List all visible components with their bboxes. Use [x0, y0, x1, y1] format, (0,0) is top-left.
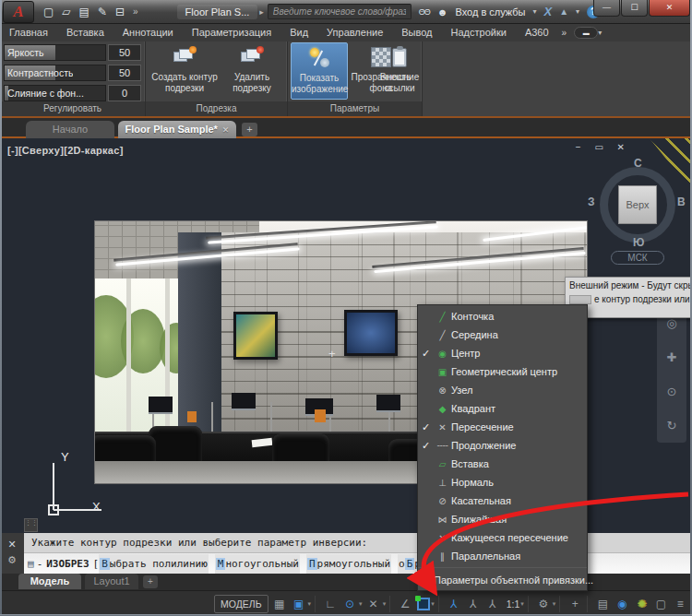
steering-wheel-icon[interactable]: ◎	[666, 316, 676, 330]
annotation-scale-button[interactable]: 1:1	[507, 598, 520, 610]
object-snap-tracking-icon[interactable]: ∠	[397, 598, 413, 610]
command-input-line[interactable]: ▤ - ИЗОБРЕЗ [ Выбрать полилинию Многоуго…	[24, 553, 692, 574]
clean-screen-icon[interactable]: ▢	[652, 598, 669, 610]
status-indicator-icon[interactable]: ◉	[614, 598, 630, 610]
command-line-grip[interactable]: ⋮⋮	[24, 518, 38, 532]
exchange-apps-icon[interactable]: X	[544, 5, 553, 18]
viewcube-west[interactable]: З	[588, 195, 595, 208]
option-polygonal[interactable]: Многоугольный	[215, 554, 300, 574]
viewport-window-buttons[interactable]: − ▭ ✕	[496, 142, 630, 152]
ribbon-state-caret-icon[interactable]: ▾	[598, 29, 602, 37]
create-clip-button[interactable]: Создать контурподрезки	[151, 42, 218, 100]
menu-item-tangent[interactable]: ⊘Касательная	[418, 492, 587, 510]
viewcube-north[interactable]: С	[634, 157, 642, 170]
open-file-icon[interactable]: ▱	[62, 6, 70, 18]
menu-item-quadrant[interactable]: ◆Квадрант	[418, 399, 587, 418]
viewcube-south[interactable]: Ю	[633, 236, 644, 249]
tabs-overflow-icon[interactable]: »	[558, 28, 571, 38]
title-expand-icon[interactable]: ▸	[259, 7, 264, 17]
contrast-slider[interactable]: Контрастность	[4, 65, 106, 81]
polar-tracking-icon[interactable]: ⊙	[341, 598, 358, 610]
contrast-value[interactable]: 50	[108, 65, 141, 81]
tab-a360[interactable]: A360	[516, 24, 558, 41]
a360-icon[interactable]: ▲	[559, 6, 568, 17]
external-references-button[interactable]: Внешниессылки	[376, 42, 423, 100]
object-snap-icon[interactable]	[417, 598, 430, 610]
tab-vid[interactable]: Вид	[280, 24, 317, 41]
annotation-autoscale-icon[interactable]: ⅄	[465, 598, 482, 610]
command-customize-icon[interactable]: ⚙	[7, 554, 17, 566]
save-as-icon[interactable]: ✎	[98, 6, 107, 18]
drawing-area[interactable]: [-][Сверху][2D-каркас] − ▭ ✕	[0, 138, 692, 533]
menu-item-center[interactable]: ✓◉Центр	[418, 344, 587, 362]
brightness-slider[interactable]: Яркость	[4, 44, 106, 61]
tab-glavnaya[interactable]: Главная	[0, 24, 57, 41]
viewcube-east[interactable]: В	[677, 195, 686, 208]
menu-item-insertion[interactable]: ▱Вставка	[418, 455, 587, 473]
brightness-value[interactable]: 50	[108, 44, 141, 61]
file-tab-floor-plan[interactable]: Floor Plan Sample*✕	[118, 121, 236, 138]
menu-item-endpoint[interactable]: ╱Конточка	[418, 307, 587, 326]
maximize-button[interactable]: ☐	[621, 0, 648, 17]
menu-item-nearest[interactable]: ⋈Ближайшая	[418, 510, 587, 528]
isodraft-caret-icon[interactable]: ▾	[383, 600, 387, 608]
plot-icon[interactable]: ⊟	[115, 6, 125, 18]
tab-parametrizaciya[interactable]: Параметризация	[183, 24, 280, 41]
tab-vstavka[interactable]: Вставка	[57, 24, 113, 41]
snap-mode-icon[interactable]: ▣	[291, 598, 307, 610]
remove-clip-button[interactable]: Удалитьподрезку	[221, 42, 282, 100]
tab-close-icon[interactable]: ✕	[222, 125, 230, 135]
panel-adjust-title[interactable]: Регулировать	[0, 101, 145, 116]
autocad-logo-icon[interactable]: A	[3, 1, 34, 23]
tab-vyvod[interactable]: Вывод	[392, 24, 441, 41]
annotation-monitor-icon[interactable]: +	[567, 598, 583, 610]
new-file-icon[interactable]: ▢	[43, 6, 54, 18]
annotation-visibility-icon[interactable]: ⅄	[446, 598, 462, 610]
menu-item-geometric-center[interactable]: ▣Геометрический центр	[418, 362, 587, 381]
snap-caret-icon[interactable]: ▾	[308, 600, 312, 608]
help-search-input[interactable]	[268, 4, 412, 19]
recent-commands-icon[interactable]: ▤	[28, 554, 34, 574]
scale-caret-icon[interactable]: ▾	[520, 600, 524, 608]
command-close-icon[interactable]: ✕	[7, 539, 16, 551]
layout1-tab[interactable]: Layout1	[85, 574, 138, 589]
isodraft-icon[interactable]: ✕	[365, 598, 382, 610]
save-icon[interactable]: ▤	[79, 6, 89, 18]
option-select-polyline[interactable]: Выбрать полилинию	[99, 554, 209, 574]
viewcube-top-face[interactable]: Верх	[618, 185, 657, 224]
qat-more-icon[interactable]: »	[133, 6, 138, 17]
signin-caret-icon[interactable]: ▾	[533, 7, 537, 16]
minimize-button[interactable]: —	[593, 0, 620, 17]
menu-item-extension[interactable]: ✓╌╌Продолжение	[418, 436, 587, 455]
workspace-gear-icon[interactable]: ⚙	[535, 598, 552, 610]
zoom-icon[interactable]: ⊙	[667, 385, 677, 398]
command-line[interactable]: Укажите контур подрезки или выберите пар…	[24, 533, 692, 574]
close-button[interactable]: ✕	[649, 0, 690, 17]
search-binoculars-icon[interactable]: ΘΘ	[419, 7, 430, 17]
panel-clip-title[interactable]: Подрезка	[146, 101, 287, 116]
signin-button[interactable]: Вход в службы	[455, 6, 525, 18]
workspace-caret-icon[interactable]: ▾	[553, 600, 556, 608]
new-layout-button[interactable]: +	[143, 575, 158, 588]
ribbon-state-icon[interactable]: ▬	[574, 27, 598, 39]
polar-caret-icon[interactable]: ▾	[359, 600, 363, 608]
annotation-scale-icon[interactable]: ⅄	[484, 598, 501, 610]
tab-nadstroyki[interactable]: Надстройки	[442, 24, 516, 41]
model-space-button[interactable]: МОДЕЛЬ	[214, 595, 268, 613]
menu-item-apparent-intersection[interactable]: ✕Кажущееся пересечение	[418, 528, 587, 547]
ortho-mode-icon[interactable]: ∟	[322, 598, 339, 610]
menu-item-intersection[interactable]: ✓✕Пересечение	[418, 418, 587, 436]
menu-item-perpendicular[interactable]: ⊥Нормаль	[418, 473, 587, 492]
panel-options-title[interactable]: Параметры	[288, 101, 422, 116]
tab-annotacii[interactable]: Аннотации	[113, 24, 183, 41]
pan-icon[interactable]: ✚	[667, 350, 677, 364]
model-tab[interactable]: Модель	[18, 574, 81, 589]
wcs-button[interactable]: МСК	[611, 251, 664, 265]
customization-menu-icon[interactable]: ≡	[672, 598, 688, 610]
orbit-icon[interactable]: ↻	[667, 419, 677, 432]
new-drawing-tab-button[interactable]: +	[242, 123, 257, 136]
isolate-objects-icon[interactable]: ✺	[633, 598, 650, 610]
menu-item-parallel[interactable]: ∥Параллельная	[418, 547, 587, 565]
a360-caret-icon[interactable]: ▾	[576, 7, 579, 16]
graphics-performance-icon[interactable]: ▤	[594, 598, 611, 610]
